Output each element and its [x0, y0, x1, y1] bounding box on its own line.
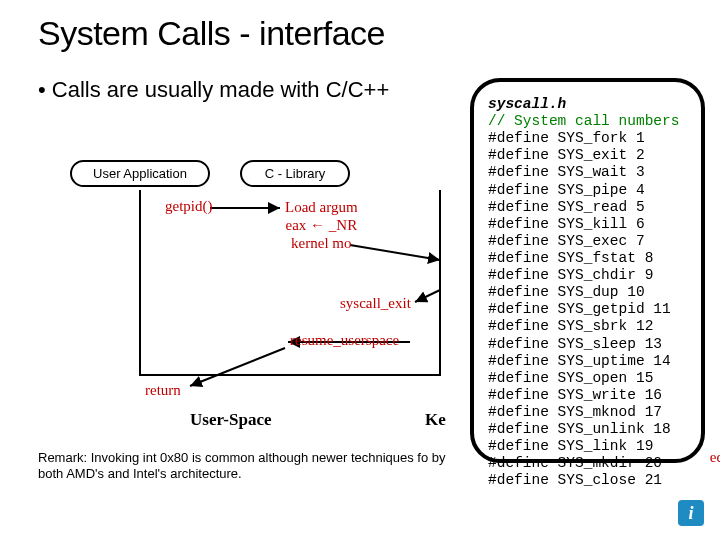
code-comment: // System call numbers: [488, 113, 679, 129]
load-l3: kernel mo: [291, 235, 351, 251]
syscall-exit-label: syscall_exit: [340, 295, 411, 312]
user-space-label: User-Space: [190, 410, 272, 430]
c-library-box: C - Library: [240, 160, 350, 187]
truncated-text: ed: [710, 449, 720, 466]
load-l2: eax ← _NR: [285, 217, 357, 233]
return-label: return: [145, 382, 181, 399]
info-icon[interactable]: i: [678, 500, 704, 526]
svg-line-4: [190, 348, 285, 386]
code-lines: #define SYS_fork 1 #define SYS_exit 2 #d…: [488, 130, 671, 488]
load-arguments-label: Load argum eax ← _NR kernel mo: [285, 198, 358, 252]
flow-diagram: User Application C - Library getpid() Lo…: [70, 160, 470, 420]
syscall-code-box: syscall.h // System call numbers #define…: [470, 78, 705, 463]
load-l1: Load argum: [285, 199, 358, 215]
resume-userspace-label: resume_userspace: [290, 332, 399, 349]
svg-line-1: [350, 245, 440, 260]
svg-line-2: [415, 290, 440, 302]
user-application-box: User Application: [70, 160, 210, 187]
code-filename: syscall.h: [488, 96, 566, 112]
diagram-arrows: [70, 160, 470, 420]
getpid-label: getpid(): [165, 198, 212, 215]
kernel-space-label: Ke: [425, 410, 446, 430]
page-title: System Calls - interface: [0, 0, 720, 53]
remark-text: Remark: Invoking int 0x80 is common alth…: [38, 450, 468, 483]
